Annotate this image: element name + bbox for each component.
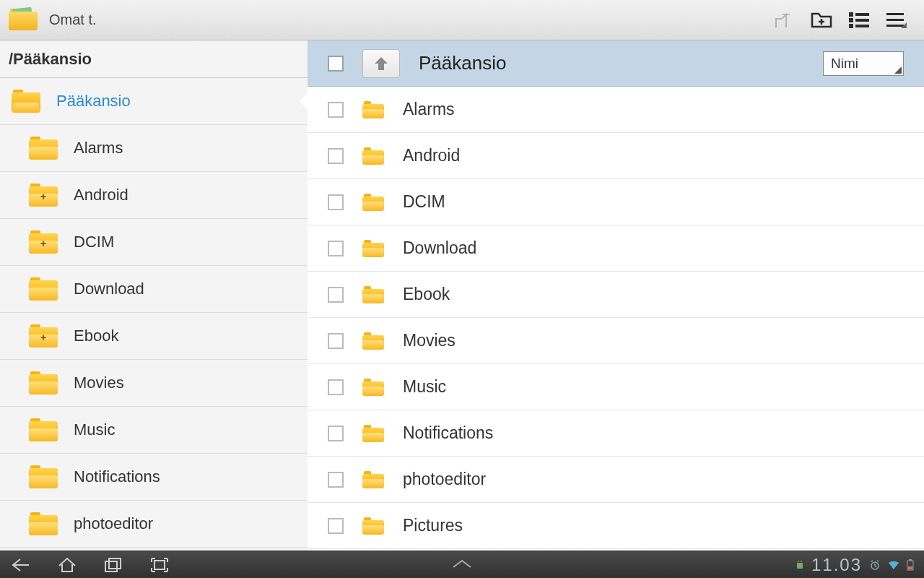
sidebar-item[interactable]: Music [0,407,308,454]
file-name: Alarms [403,100,904,119]
select-all-checkbox[interactable] [328,56,344,72]
battery-icon [907,559,914,571]
row-checkbox[interactable] [328,379,344,395]
go-up-button[interactable] [362,49,400,78]
sort-label: Nimi [831,56,858,72]
share-icon[interactable] [768,4,800,36]
sidebar-item[interactable]: Pääkansio [0,78,308,125]
status-area[interactable]: 11.03 [796,551,914,578]
svg-rect-18 [909,559,912,561]
list-item[interactable]: Music [308,364,924,410]
sort-dropdown[interactable]: Nimi [823,51,904,76]
file-name: Music [403,377,904,397]
row-checkbox[interactable] [328,102,344,118]
back-button[interactable] [10,554,32,576]
new-folder-icon[interactable] [806,4,837,36]
folder-icon [362,517,384,535]
row-checkbox[interactable] [328,241,344,256]
folder-icon [362,194,384,211]
svg-rect-10 [105,561,117,571]
file-name: Notifications [403,423,904,443]
sidebar-item[interactable]: +Ebook [0,313,308,360]
svg-rect-2 [849,18,853,22]
sidebar-item[interactable]: Alarms [0,125,308,172]
row-checkbox[interactable] [328,518,344,534]
expand-notifications-icon[interactable] [452,558,472,571]
sidebar-item[interactable]: +DCIM [0,219,308,266]
home-button[interactable] [56,554,78,576]
menu-icon[interactable] [881,4,912,36]
system-navbar: 11.03 [0,551,924,578]
folder-icon: + [29,230,58,254]
folder-icon [362,471,384,488]
list-view-icon[interactable] [843,4,875,36]
sidebar-item-label: Download [74,280,144,298]
file-name: Android [403,146,904,165]
file-name: Download [403,238,904,258]
folder-icon [12,90,40,113]
sidebar-item-label: Alarms [74,139,123,158]
svg-rect-3 [855,19,869,22]
sidebar-item[interactable]: Notifications [0,454,308,501]
alarm-icon [869,559,881,571]
list-item[interactable]: Movies [308,318,924,364]
folder-icon [29,371,58,394]
row-checkbox[interactable] [328,426,344,441]
folder-icon [362,425,384,442]
screenshot-button[interactable] [149,554,170,576]
breadcrumb[interactable]: /Pääkansio [0,40,308,78]
list-item[interactable]: Ebook [308,272,924,318]
row-checkbox[interactable] [328,287,344,303]
folder-icon [29,137,58,160]
list-item[interactable]: Download [308,225,924,272]
svg-rect-0 [849,12,853,17]
folder-icon [29,512,58,535]
svg-rect-7 [886,19,904,21]
folder-icon [362,147,384,165]
row-checkbox[interactable] [328,148,344,164]
svg-rect-6 [886,13,904,15]
folder-icon [29,418,58,441]
svg-rect-8 [886,25,904,27]
svg-rect-5 [855,25,869,27]
row-checkbox[interactable] [328,194,344,210]
folder-icon [29,277,58,301]
svg-rect-1 [855,13,869,16]
folder-icon [362,379,384,396]
folder-icon: + [29,324,58,348]
sidebar-item-label: Ebook [74,327,118,345]
sidebar-item-label: DCIM [74,233,114,251]
list-item[interactable]: Android [308,133,924,179]
sidebar-item-label: Movies [74,374,124,392]
sidebar-item-label: photoeditor [74,514,153,533]
folder-icon [29,465,58,488]
row-checkbox[interactable] [328,333,344,349]
folder-icon [362,286,384,303]
sidebar-item-label: Notifications [74,467,160,486]
sidebar-item[interactable]: Movies [0,360,308,407]
row-checkbox[interactable] [328,472,344,488]
sidebar-item[interactable]: photoeditor [0,501,308,548]
sidebar-item-label: Android [74,186,128,204]
sidebar-item[interactable]: +Android [0,172,308,219]
list-item[interactable]: Alarms [308,87,924,133]
svg-rect-4 [849,24,853,28]
file-name: photoeditor [403,470,904,489]
list-item[interactable]: Pictures [308,503,924,549]
list-item[interactable]: Notifications [308,410,924,457]
recent-apps-button[interactable] [103,554,124,576]
file-name: DCIM [403,192,904,212]
sidebar: /Pääkansio PääkansioAlarms+Android+DCIMD… [0,40,308,551]
svg-rect-13 [797,563,803,569]
list-header: Pääkansio Nimi [308,40,924,87]
list-item[interactable]: DCIM [308,179,924,225]
list-item[interactable]: photoeditor [308,457,924,503]
sidebar-item[interactable]: Download [0,266,308,313]
file-list: Pääkansio Nimi AlarmsAndroidDCIMDownload… [308,40,924,551]
file-name: Movies [403,331,904,350]
folder-icon: + [29,184,58,207]
svg-rect-11 [109,558,121,569]
file-name: Pictures [403,516,904,535]
wifi-icon [888,560,899,570]
android-icon [796,560,804,570]
